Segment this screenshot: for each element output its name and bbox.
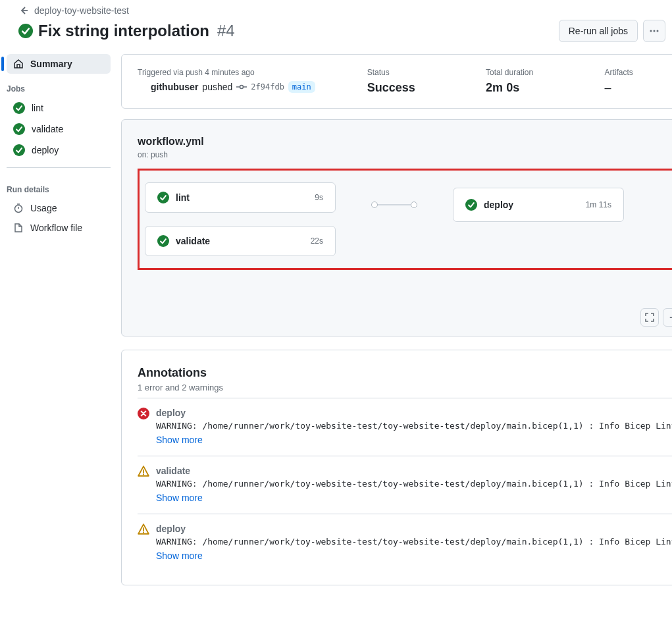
svg-point-1 <box>650 30 652 32</box>
job-name: deploy <box>484 200 513 210</box>
check-circle-icon <box>157 192 169 203</box>
svg-point-10 <box>157 235 169 247</box>
sidebar-item-job-validate[interactable]: validate <box>7 119 111 140</box>
annotations-subtitle: 1 error and 2 warnings <box>138 383 672 392</box>
breadcrumb: deploy-toy-website-test <box>18 5 665 16</box>
sidebar-item-label: Summary <box>30 59 72 69</box>
zoom-control: − + <box>663 308 672 327</box>
check-circle-icon <box>13 102 25 114</box>
sidebar-item-summary[interactable]: Summary <box>7 54 111 74</box>
job-duration: 9s <box>315 193 323 202</box>
check-circle-icon <box>13 144 25 156</box>
x-circle-icon <box>138 408 149 445</box>
annotation-job: deploy <box>156 408 672 418</box>
annotation-message: WARNING: /home/runner/work/toy-website-t… <box>156 537 672 547</box>
sidebar-item-job-deploy[interactable]: deploy <box>7 140 111 161</box>
annotation-message: WARNING: /home/runner/work/toy-website-t… <box>156 421 672 431</box>
sidebar-item-label: Workflow file <box>30 223 82 233</box>
job-name: validate <box>176 236 210 246</box>
svg-point-6 <box>13 144 25 156</box>
fullscreen-icon <box>645 313 654 322</box>
workflow-graph: lint 9s validate 22s deploy <box>138 169 672 270</box>
stopwatch-icon <box>13 203 24 213</box>
page-header: deploy-toy-website-test Fix string inter… <box>7 0 665 54</box>
run-title: Fix string interpolation <box>38 22 209 40</box>
warning-icon <box>138 523 149 561</box>
workflow-on: on: push <box>138 150 672 159</box>
sidebar-item-label: validate <box>32 124 63 134</box>
annotation-job: deploy <box>156 523 672 534</box>
annotations-card: Annotations 1 error and 2 warnings deplo… <box>121 350 672 585</box>
sidebar-item-label: lint <box>32 103 43 113</box>
check-circle-icon <box>13 123 25 135</box>
sidebar-item-label: Usage <box>30 203 57 213</box>
annotation-job: validate <box>156 466 672 476</box>
artifacts-label: Artifacts <box>604 68 672 77</box>
branch-badge[interactable]: main <box>288 81 315 93</box>
show-more-link[interactable]: Show more <box>156 550 203 561</box>
duration-label: Total duration <box>486 68 578 77</box>
svg-point-4 <box>13 102 25 114</box>
page-title: Fix string interpolation #4 <box>18 22 235 40</box>
job-connector <box>375 204 413 205</box>
svg-point-8 <box>240 86 244 89</box>
sidebar-item-job-lint[interactable]: lint <box>7 97 111 119</box>
fullscreen-button[interactable] <box>640 308 659 327</box>
rerun-all-jobs-button[interactable]: Re-run all jobs <box>559 20 638 42</box>
job-node-validate[interactable]: validate 22s <box>145 226 336 256</box>
sidebar-heading-jobs: Jobs <box>7 74 111 97</box>
svg-point-13 <box>143 473 144 475</box>
annotation-item: deploy WARNING: /home/runner/work/toy-we… <box>138 514 672 572</box>
check-circle-icon <box>18 24 33 38</box>
svg-point-11 <box>465 199 477 211</box>
job-duration: 1m 11s <box>586 200 611 209</box>
job-duration: 22s <box>311 236 323 246</box>
sidebar-item-usage[interactable]: Usage <box>7 198 111 218</box>
status-label: Status <box>367 68 459 77</box>
show-more-link[interactable]: Show more <box>156 493 203 503</box>
show-more-link[interactable]: Show more <box>156 435 203 445</box>
svg-point-5 <box>13 123 25 135</box>
svg-point-3 <box>657 30 659 32</box>
job-node-lint[interactable]: lint 9s <box>145 182 336 213</box>
sidebar-heading-run-details: Run details <box>7 174 111 198</box>
file-icon <box>13 223 24 233</box>
commit-icon <box>236 82 247 92</box>
annotations-title: Annotations <box>138 366 672 380</box>
sidebar: Summary Jobs lint validate deploy Run de… <box>7 54 111 596</box>
svg-point-9 <box>157 192 169 203</box>
check-circle-icon <box>157 235 169 247</box>
job-name: lint <box>176 192 190 203</box>
job-node-deploy[interactable]: deploy 1m 11s <box>453 188 624 222</box>
commit-hash[interactable]: 2f94fdb <box>251 82 284 92</box>
workflow-file-name: workflow.yml <box>138 136 672 148</box>
zoom-out-button[interactable]: − <box>663 309 672 326</box>
trigger-label: Triggered via push 4 minutes ago <box>138 68 341 77</box>
sidebar-item-label: deploy <box>32 145 59 155</box>
svg-point-2 <box>654 30 656 32</box>
sidebar-separator <box>7 167 111 168</box>
run-number: #4 <box>217 22 235 40</box>
annotation-item: deploy WARNING: /home/runner/work/toy-we… <box>138 398 672 456</box>
check-circle-icon <box>465 199 477 211</box>
trigger-user[interactable]: githubuser <box>151 82 198 92</box>
sidebar-item-workflow-file[interactable]: Workflow file <box>7 218 111 238</box>
artifacts-value: – <box>604 81 672 95</box>
more-menu-button[interactable] <box>643 20 665 42</box>
svg-point-0 <box>18 24 33 38</box>
workflow-card: workflow.yml on: push lint 9s validate 2… <box>121 119 672 336</box>
duration-value: 2m 0s <box>486 81 519 94</box>
arrow-left-icon[interactable] <box>18 5 29 16</box>
kebab-icon <box>649 26 659 36</box>
warning-icon <box>138 466 149 503</box>
status-value: Success <box>367 81 415 94</box>
home-icon <box>13 59 24 69</box>
svg-point-14 <box>143 531 144 533</box>
annotation-item: validate WARNING: /home/runner/work/toy-… <box>138 456 672 514</box>
breadcrumb-link[interactable]: deploy-toy-website-test <box>34 5 129 16</box>
trigger-action: pushed <box>202 82 232 92</box>
annotation-message: WARNING: /home/runner/work/toy-website-t… <box>156 479 672 489</box>
summary-card: Triggered via push 4 minutes ago githubu… <box>121 54 672 109</box>
